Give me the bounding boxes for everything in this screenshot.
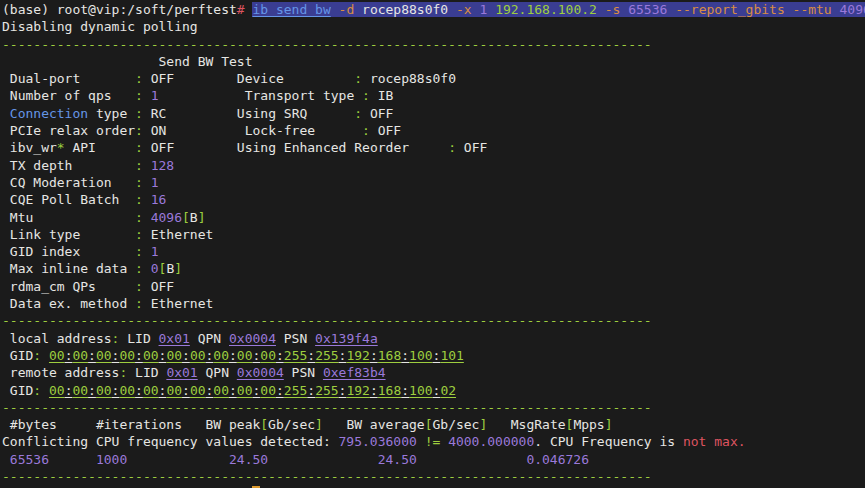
- text-segment: [331, 2, 339, 17]
- param-mtu: Mtu : 4096[B]: [2, 209, 865, 226]
- text-segment: :: [135, 175, 143, 190]
- gid-value-part: :: [229, 383, 237, 398]
- text-segment: Connection: [10, 106, 88, 121]
- text-segment: Send BW Test: [2, 54, 252, 69]
- text-segment: Max inline data: [2, 261, 135, 276]
- text-segment: [2, 106, 10, 121]
- param-connection-srq: Connection type : RC Using SRQ : OFF: [2, 105, 865, 122]
- gid-value-part: 00: [72, 348, 88, 363]
- text-segment: 0x01: [166, 365, 197, 380]
- gid-value-part: 255: [315, 348, 338, 363]
- text-segment: GID: [2, 383, 33, 398]
- gid-value-part: 00: [49, 348, 65, 363]
- text-segment: :: [135, 192, 143, 207]
- text-segment: local address: [2, 331, 112, 346]
- gid-value-part: 00: [72, 383, 88, 398]
- text-segment: [143, 88, 151, 103]
- gid-value-part: 100: [409, 348, 432, 363]
- gid-value-part: :: [401, 348, 409, 363]
- text-segment: TX depth: [2, 158, 135, 173]
- text-segment: ]: [605, 417, 613, 432]
- gid-value-part: 00: [213, 383, 229, 398]
- text-segment: rocep88s0f0: [362, 71, 456, 86]
- text-segment: OFF: [143, 279, 174, 294]
- text-segment: Mpps: [573, 417, 604, 432]
- text-segment: #bytes #iterations BW peak: [2, 417, 260, 432]
- text-segment: [487, 2, 495, 17]
- test-title: Send BW Test: [2, 53, 865, 70]
- remote-address-line: remote address: LID 0x01 QPN 0x0004 PSN …: [2, 364, 865, 381]
- gid-value-part: 192: [346, 383, 369, 398]
- text-segment: LID: [127, 365, 166, 380]
- text-segment: [174, 140, 237, 155]
- text-segment: OFF: [143, 140, 174, 155]
- gid-value-part: 00: [143, 383, 159, 398]
- text-segment: 1: [151, 244, 159, 259]
- text-segment: [143, 175, 151, 190]
- param-cq-moderation: CQ Moderation : 1: [2, 174, 865, 191]
- results-header: #bytes #iterations BW peak[Gb/sec] BW av…: [2, 416, 865, 433]
- text-segment: LID: [119, 331, 158, 346]
- gid-value-part: :: [135, 383, 143, 398]
- param-qps-transport: Number of qps : 1 Transport type : IB: [2, 87, 865, 104]
- gid-value-part: :: [88, 348, 96, 363]
- text-segment: 0: [151, 261, 159, 276]
- text-segment: Disabling dynamic polling: [2, 19, 198, 34]
- text-segment: [448, 2, 456, 17]
- gid-value-part: 00: [213, 348, 229, 363]
- text-segment: 795.036000: [339, 434, 417, 449]
- text-segment: :: [354, 71, 362, 86]
- text-segment: :: [135, 244, 143, 259]
- text-segment: 1: [151, 88, 159, 103]
- gid-value-part: 00: [49, 383, 65, 398]
- text-segment: :: [354, 106, 362, 121]
- text-segment: #: [237, 2, 245, 17]
- text-segment: [417, 434, 425, 449]
- terminal-screen[interactable]: (base) root@vip:/soft/perftest# ib_send_…: [2, 1, 865, 488]
- gid-value-part: :: [307, 383, 315, 398]
- text-segment: 0x0004: [229, 331, 276, 346]
- gid-value-part: :: [307, 348, 315, 363]
- text-segment: ]: [198, 210, 206, 225]
- param-rdma-cm: rdma_cm QPs : OFF: [2, 278, 865, 295]
- gid-value-part: :: [276, 348, 284, 363]
- text-segment: [143, 210, 151, 225]
- text-segment: :: [135, 106, 143, 121]
- separator: ----------------------------------------…: [2, 312, 865, 329]
- text-segment: --mtu: [793, 2, 832, 17]
- text-segment: :: [135, 123, 143, 138]
- text-segment: Lock-free: [245, 123, 362, 138]
- text-segment: [440, 434, 448, 449]
- text-segment: :: [135, 261, 143, 276]
- text-segment: type: [88, 106, 135, 121]
- gid-value-part: 255: [284, 383, 307, 398]
- param-data-ex: Data ex. method : Ethernet: [2, 295, 865, 312]
- gid-value-part: 255: [315, 383, 338, 398]
- text-segment: Dual-port: [2, 71, 135, 86]
- text-segment: OFF: [456, 140, 487, 155]
- gid-value-part: 00: [237, 348, 253, 363]
- terminal-window[interactable]: (base) root@vip:/soft/perftest# ib_send_…: [0, 0, 865, 488]
- gid-value-part: :: [182, 383, 190, 398]
- text-segment: :: [135, 158, 143, 173]
- text-segment: 128: [151, 158, 174, 173]
- text-segment: [143, 158, 151, 173]
- gid-value-part: 00: [260, 383, 276, 398]
- text-segment: ON: [143, 123, 166, 138]
- text-segment: Ethernet: [143, 227, 213, 242]
- gid-value-part: 168: [378, 348, 401, 363]
- gid-value-part: :: [401, 383, 409, 398]
- gid-value-part: 00: [260, 348, 276, 363]
- gid-value-part: 00: [237, 383, 253, 398]
- text-segment: :: [33, 348, 41, 363]
- text-segment: [597, 2, 605, 17]
- gid-value-part: 192: [346, 348, 369, 363]
- text-segment: not max.: [683, 434, 746, 449]
- gid-value-part: :: [229, 348, 237, 363]
- text-segment: -s: [605, 2, 621, 17]
- param-dual-port-device: Dual-port : OFF Device : rocep88s0f0: [2, 70, 865, 87]
- text-segment: RC: [143, 106, 166, 121]
- param-cqe-poll-batch: CQE Poll Batch : 16: [2, 191, 865, 208]
- text-segment: MsgRate: [487, 417, 565, 432]
- text-segment: BW average: [323, 417, 425, 432]
